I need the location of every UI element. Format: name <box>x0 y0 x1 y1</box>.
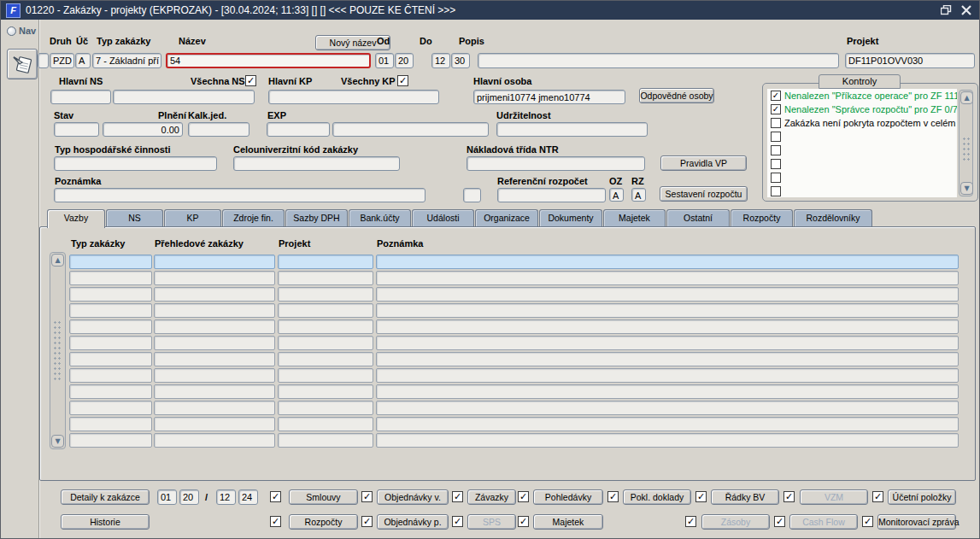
hlavni-ns-name-field[interactable] <box>113 90 255 104</box>
rz-field[interactable]: A <box>631 188 646 202</box>
period-from-month-field[interactable]: 01 <box>157 489 177 505</box>
period-to-month-field[interactable]: 12 <box>216 489 236 505</box>
vzm-button[interactable]: VZM <box>800 489 868 505</box>
tab-vazby[interactable]: Vazby <box>47 209 105 228</box>
grid-cell-r11c2[interactable] <box>154 417 275 431</box>
footer-checkbox-ucetni-polozky[interactable]: ✓ <box>872 491 883 502</box>
tab-organizace[interactable]: Organizace <box>475 209 538 226</box>
grid-cell-r10c3[interactable] <box>278 401 373 415</box>
detaily-k-zakazce-button[interactable]: Detaily k zakázce <box>61 489 150 505</box>
od-year-field[interactable]: 20 <box>395 53 414 68</box>
grid-cell-r2c3[interactable] <box>278 271 373 285</box>
footer-checkbox-vzm[interactable]: ✓ <box>783 491 795 502</box>
grid-cell-r2c4[interactable] <box>376 271 959 285</box>
sestaveni-rozpoctu-button[interactable]: Sestavení rozpočtu <box>660 186 748 202</box>
rozpocty-button[interactable]: Rozpočty <box>289 514 358 530</box>
grid-cell-r10c2[interactable] <box>154 401 275 415</box>
grid-cell-r9c4[interactable] <box>376 384 959 399</box>
hlavni-kp-field[interactable] <box>268 90 439 104</box>
vsechny-kp-checkbox[interactable]: ✓ <box>397 75 408 86</box>
grid-cell-r4c1[interactable] <box>69 303 152 318</box>
footer-checkbox-zavazky[interactable]: ✓ <box>452 491 463 502</box>
footer-checkbox-radky-bv[interactable]: ✓ <box>695 491 707 502</box>
historie-button[interactable]: Historie <box>61 514 150 530</box>
grid-cell-r4c3[interactable] <box>278 303 373 318</box>
hlavni-ns-code-field[interactable] <box>50 90 111 104</box>
pravidla-vp-button[interactable]: Pravidla VP <box>660 155 747 171</box>
grid-cell-r9c1[interactable] <box>69 384 152 399</box>
grid-cell-r1c2[interactable] <box>154 255 275 269</box>
typ-hosp-field[interactable] <box>54 156 217 171</box>
grid-cell-r2c2[interactable] <box>154 271 275 285</box>
restore-window-icon[interactable] <box>938 3 954 17</box>
navigator-tool-button[interactable] <box>7 49 38 79</box>
stav-field[interactable] <box>54 122 99 137</box>
grid-cell-r7c3[interactable] <box>278 352 373 366</box>
objednavky-p-button[interactable]: Objednávky p. <box>377 514 449 530</box>
uc-field[interactable]: A <box>75 53 91 68</box>
kontroly-item-checkbox-6[interactable] <box>771 159 781 169</box>
period-to-year-field[interactable]: 24 <box>238 489 258 505</box>
kontroly-item-checkbox-8[interactable] <box>771 186 781 196</box>
grid-cell-r11c4[interactable] <box>376 417 959 431</box>
nav-radio[interactable] <box>7 26 16 36</box>
kalkjed-field[interactable] <box>188 122 249 137</box>
grid-cell-r12c2[interactable] <box>154 433 275 448</box>
kontroly-item-checkbox-5[interactable] <box>771 145 781 155</box>
kontroly-item-checkbox-1[interactable]: ✓ <box>771 91 781 101</box>
smlouvy-button[interactable]: Smlouvy <box>289 489 358 505</box>
grid-cell-r10c4[interactable] <box>376 401 959 415</box>
nakladova-field[interactable] <box>467 156 645 171</box>
footer-checkbox-objednavky-v[interactable]: ✓ <box>361 491 373 502</box>
grid-cell-r11c1[interactable] <box>69 417 152 431</box>
kontroly-tab[interactable]: Kontroly <box>819 74 901 89</box>
monitorovaci-zprava-button[interactable]: Monitorovací zpráva <box>877 514 956 530</box>
typ-zakazky-field[interactable]: 7 - Základní pří <box>92 53 161 68</box>
grid-cell-r5c3[interactable] <box>278 319 373 334</box>
footer-checkbox-majetek[interactable]: ✓ <box>518 516 529 527</box>
grid-cell-r6c3[interactable] <box>278 336 373 350</box>
grid-scroll-down-icon[interactable]: ▼ <box>51 435 64 448</box>
grid-cell-r5c1[interactable] <box>69 319 152 334</box>
grid-cell-r9c2[interactable] <box>154 384 275 399</box>
referencni-rozpocet-field[interactable] <box>497 188 606 202</box>
zasoby-button[interactable]: Zásoby <box>701 514 770 530</box>
grid-cell-r12c1[interactable] <box>69 433 152 448</box>
footer-checkbox-smlouvy[interactable]: ✓ <box>270 491 281 502</box>
celouniv-field[interactable] <box>233 156 400 171</box>
footer-checkbox-pokl-doklady[interactable]: ✓ <box>607 491 619 502</box>
pohledavky-button[interactable]: Pohledávky <box>533 489 603 505</box>
kontroly-scroll-down-icon[interactable]: ▼ <box>960 182 973 195</box>
record-indicator-field[interactable] <box>38 53 49 68</box>
pokl-doklady-button[interactable]: Pokl. doklady <box>623 489 691 505</box>
grid-cell-r12c4[interactable] <box>376 433 959 448</box>
odpovedne-osoby-button[interactable]: Odpovědné osoby <box>639 88 714 103</box>
close-window-icon[interactable] <box>959 3 974 17</box>
poznamka-field[interactable] <box>54 188 425 202</box>
oz-field[interactable]: A <box>609 188 624 202</box>
grid-cell-r7c4[interactable] <box>376 352 959 366</box>
tab-dokumenty[interactable]: Dokumenty <box>539 209 602 226</box>
grid-cell-r10c1[interactable] <box>69 401 152 415</box>
zavazky-button[interactable]: Závazky <box>467 489 516 505</box>
cash-flow-button[interactable]: Cash Flow <box>789 514 858 530</box>
kontroly-item-checkbox-3[interactable] <box>771 118 781 128</box>
grid-cell-r12c3[interactable] <box>278 433 373 448</box>
kontroly-item-checkbox-2[interactable]: ✓ <box>771 104 781 114</box>
grid-cell-r3c2[interactable] <box>154 287 275 302</box>
grid-cell-r6c1[interactable] <box>69 336 152 350</box>
tab-rozdelovniky[interactable]: Rozdělovníky <box>794 209 872 226</box>
grid-cell-r1c1[interactable] <box>69 255 152 269</box>
grid-cell-r8c3[interactable] <box>278 368 373 383</box>
ucetni-polozky-button[interactable]: Účetní položky <box>888 489 956 505</box>
nazev-field[interactable]: 54 <box>166 53 371 68</box>
grid-cell-r6c2[interactable] <box>154 336 275 350</box>
grid-scrollbar[interactable]: ▲ ▼ <box>50 252 66 449</box>
radky-bv-button[interactable]: Řádky BV <box>711 489 779 505</box>
kontroly-item-checkbox-7[interactable] <box>771 173 781 183</box>
grid-cell-r4c4[interactable] <box>376 303 959 318</box>
exp-name-field[interactable] <box>332 122 489 137</box>
grid-cell-r4c2[interactable] <box>154 303 275 318</box>
tab-ostatni[interactable]: Ostatní <box>666 209 730 226</box>
grid-cell-r8c4[interactable] <box>376 368 959 383</box>
